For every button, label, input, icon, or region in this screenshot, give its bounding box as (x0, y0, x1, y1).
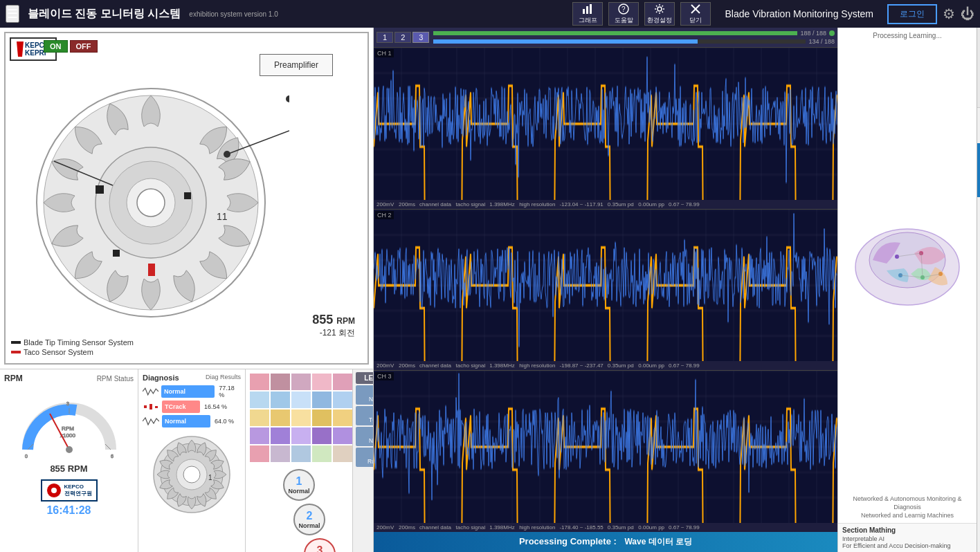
grid-cell (271, 374, 290, 390)
rpm-display: 855 RPM -121 회전 (312, 313, 355, 339)
diag-bar-normal-2: Normal (162, 415, 210, 427)
channel-3-block: CH 3 200mV 200ms channel data tacho sign… (374, 371, 837, 532)
diag-pct-2: 16.54 % (204, 403, 227, 410)
svg-rect-1 (586, 6, 588, 14)
l1-item-3: 3Normal (356, 427, 373, 446)
rpm-reading: 855 RPM (4, 463, 134, 474)
grid-cell (291, 410, 311, 426)
l1-item-4: 4Rubbing (356, 448, 373, 467)
rpm-direction: -121 회전 (312, 327, 355, 339)
diag-pct-1: 77.18 % (219, 385, 241, 398)
ch3-canvas (374, 371, 837, 523)
grid-cell (291, 392, 311, 408)
diag-row-1: Normal 77.18 % (143, 385, 241, 398)
diag-row-2: TCrack 16.54 % (143, 401, 241, 413)
wave-icon-1 (143, 387, 158, 396)
diag-results-label: Diag Results (206, 374, 241, 382)
small-turbine-svg: 1 (150, 433, 233, 516)
grid-cell (291, 427, 311, 444)
level1-header: LEVEL 1 (356, 372, 373, 384)
networked-label: Networked & Autonomous Monitoring & Diag… (842, 495, 972, 512)
svg-point-31 (66, 446, 73, 453)
svg-rect-0 (583, 9, 585, 14)
company-logo-container: KEPCO 전력연구원 (4, 479, 134, 502)
svg-point-13 (137, 189, 165, 217)
close-button[interactable]: 닫기 (680, 2, 711, 26)
chart-tab-1[interactable]: 1 (376, 32, 393, 43)
ch1-info-bar: 200mV 200ms channel data tacho signal 1.… (374, 200, 837, 209)
progress-bar-container: 188 / 188 134 / 188 (433, 30, 835, 45)
level1-col: LEVEL 1 1Normal 2TCrack 3Normal 4Rubbing (356, 372, 373, 549)
progress-label-top: 188 / 188 (800, 30, 826, 37)
svg-rect-2 (590, 4, 592, 14)
processing-panel: Processing Learning... (837, 28, 977, 552)
grid-cell (312, 427, 332, 444)
grid-cell (312, 392, 332, 408)
rpm-status-label: RPM Status (97, 375, 134, 383)
grid-cell (250, 445, 269, 462)
blade-section-header: Blade 회전 정보 (977, 143, 980, 197)
l1-item-2: 2TCrack (356, 406, 373, 425)
color-grid-display (246, 369, 352, 466)
svg-rect-14 (113, 250, 120, 257)
login-button[interactable]: 로그인 (887, 4, 937, 24)
diagnosis-panel: Diagnosis Diag Results Normal 77.18 % TC… (138, 369, 246, 552)
bubble-indicators: 1 Normal (246, 469, 352, 501)
on-button[interactable]: ON (44, 40, 68, 53)
channel-1-block: CH 1 1 200mV 200ms channel data tacho si… (374, 48, 837, 210)
title-en: Blade Vibration Monitoring System (725, 8, 873, 19)
company-logo: KEPCO 전력연구원 (41, 479, 98, 502)
interpretable-ai-label: Interpretable AI (842, 535, 972, 542)
legend-item-2: Taco Sensor System (11, 348, 134, 356)
left-column: KEPCOKEPRI ON OFF Preamplifier (0, 28, 374, 552)
help-button[interactable]: ? 도움말 (608, 2, 639, 26)
menu-button[interactable]: ☰ (6, 5, 19, 23)
off-button[interactable]: OFF (70, 40, 98, 53)
grid-cell (312, 410, 332, 426)
graph-button[interactable]: 그래프 (572, 2, 603, 26)
subtitle: exhibition system version 1.0 (189, 10, 278, 18)
svg-point-19 (286, 95, 289, 102)
wave-icon-3 (143, 416, 159, 426)
sensor-square-1 (96, 185, 104, 194)
brain-container (842, 39, 972, 495)
diagram-area: KEPCOKEPRI ON OFF Preamplifier (4, 32, 369, 365)
grid-cell (333, 392, 352, 408)
rpm-title: RPM (4, 374, 23, 383)
chart-tab-2[interactable]: 2 (394, 32, 411, 43)
ch2-label: CH 2 (375, 211, 394, 219)
ch2-canvas (374, 210, 837, 362)
legend-color-1 (11, 341, 21, 344)
efficient-label: For Efficient and Accu Decision-making (842, 542, 972, 549)
rpm-panel: RPM RPM Status (0, 369, 138, 552)
grid-cell (291, 445, 311, 462)
power-icon-button[interactable]: ⏻ (961, 6, 974, 22)
bottom-left-panels: RPM RPM Status (0, 369, 373, 552)
settings-icon-button[interactable]: ⚙ (943, 6, 955, 22)
grid-cell (271, 410, 290, 426)
grid-cell (291, 374, 311, 390)
chart-tab-3[interactable]: 3 (412, 32, 429, 43)
svg-rect-15 (184, 192, 191, 199)
svg-line-30 (50, 414, 69, 450)
svg-point-18 (224, 151, 230, 158)
svg-rect-33 (149, 404, 152, 410)
time-display: 16:41:28 (4, 504, 134, 517)
grid-cell (250, 427, 269, 444)
svg-text:6: 6 (111, 454, 114, 459)
grid-cell (250, 374, 269, 390)
processing-complete-bar[interactable]: Processing Complete : Wave 데이터 로딩 (374, 532, 837, 552)
color-grid-panel: 1 Normal 2 Normal 3 TCrack (246, 369, 353, 552)
diagnosis-bars: Normal 77.18 % TCrack 16.54 % Normal 64.… (143, 385, 241, 427)
svg-text:3: 3 (66, 401, 69, 406)
progress-fill-bot (433, 39, 698, 44)
svg-point-38 (183, 466, 200, 483)
progress-dot (829, 30, 835, 36)
svg-text:?: ? (621, 6, 626, 13)
rpm-value: 855 RPM (312, 313, 355, 327)
svg-text:1: 1 (208, 474, 212, 481)
onoff-panel: ON OFF (44, 40, 98, 53)
small-turbine-container: 1 (143, 433, 241, 516)
settings-button[interactable]: 환경설정 (644, 2, 675, 26)
grid-cell (333, 410, 352, 426)
